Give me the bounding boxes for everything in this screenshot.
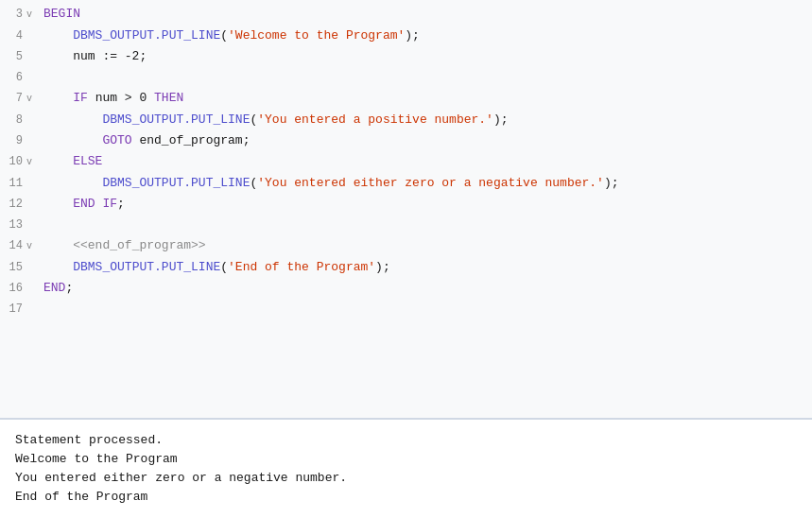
kw-token: GOTO <box>102 133 131 147</box>
kw-token: IF <box>73 91 88 105</box>
label-token: <<end_of_program>> <box>73 238 205 252</box>
line-number: 4 <box>0 26 26 46</box>
line-number: 7 <box>0 88 26 109</box>
output-line: Statement processed. <box>15 431 797 450</box>
code-line: 5 num := -2; <box>0 46 812 67</box>
line-content: DBMS_OUTPUT.PUT_LINE('You entered a posi… <box>40 110 812 130</box>
code-line: 8 DBMS_OUTPUT.PUT_LINE('You entered a po… <box>0 110 812 130</box>
output-area: Statement processed.Welcome to the Progr… <box>0 420 812 518</box>
line-number: 6 <box>0 67 26 88</box>
line-content: BEGIN <box>40 4 812 25</box>
plain-token: ( <box>220 28 228 43</box>
fn-token: DBMS_OUTPUT.PUT_LINE <box>73 260 220 274</box>
kw-token: THEN <box>154 91 183 105</box>
line-number: 5 <box>0 46 26 67</box>
kw-token: ELSE <box>73 154 102 168</box>
line-number: 12 <box>0 194 26 215</box>
plain-token: num > <box>88 91 140 105</box>
code-line: 15 DBMS_OUTPUT.PUT_LINE('End of the Prog… <box>0 257 812 278</box>
plain-token: ); <box>493 112 509 127</box>
plain-token <box>43 238 73 252</box>
line-content: ELSE <box>40 151 812 172</box>
fn-token: DBMS_OUTPUT.PUT_LINE <box>102 176 250 190</box>
plain-token <box>43 112 102 127</box>
code-line: 14v <<end_of_program>> <box>0 235 812 257</box>
code-line: 3vBEGIN <box>0 4 812 26</box>
line-content: DBMS_OUTPUT.PUT_LINE('Welcome to the Pro… <box>40 26 812 46</box>
kw-token: BEGIN <box>43 7 80 21</box>
output-line: End of the Program <box>15 488 797 507</box>
line-number: 8 <box>0 110 26 130</box>
code-line: 17 <box>0 299 812 319</box>
line-number: 11 <box>0 173 26 194</box>
plain-token: ; <box>65 281 73 295</box>
line-content: IF num > 0 THEN <box>40 88 812 109</box>
plain-token <box>43 133 102 147</box>
code-editor: 3vBEGIN4 DBMS_OUTPUT.PUT_LINE('Welcome t… <box>0 0 812 420</box>
code-line: 11 DBMS_OUTPUT.PUT_LINE('You entered eit… <box>0 173 812 194</box>
plain-token <box>43 154 73 168</box>
output-line: You entered either zero or a negative nu… <box>15 469 797 488</box>
plain-token: ); <box>604 176 619 190</box>
str-token: 'You entered a positive number.' <box>257 112 493 127</box>
plain-token: ); <box>405 28 420 43</box>
str-token: 'You entered either zero or a negative n… <box>257 176 604 190</box>
kw-token: END <box>43 281 65 295</box>
fn-token: DBMS_OUTPUT.PUT_LINE <box>73 28 220 43</box>
plain-token <box>147 91 154 105</box>
fold-icon[interactable]: v <box>26 152 40 173</box>
plain-token <box>43 91 73 105</box>
fold-icon[interactable]: v <box>26 89 40 110</box>
line-number: 9 <box>0 130 26 151</box>
line-number: 13 <box>0 215 26 235</box>
line-number: 3 <box>0 4 26 25</box>
code-line: 6 <box>0 67 812 88</box>
line-content: DBMS_OUTPUT.PUT_LINE('You entered either… <box>40 173 812 194</box>
str-token: 'Welcome to the Program' <box>228 28 405 43</box>
plain-token: end_of_program; <box>132 133 251 147</box>
line-content: END IF; <box>40 194 812 215</box>
plain-token <box>43 176 102 190</box>
line-number: 17 <box>0 299 26 319</box>
line-content: END; <box>40 278 812 299</box>
code-line: 16 END; <box>0 278 812 299</box>
fn-token: DBMS_OUTPUT.PUT_LINE <box>102 112 250 127</box>
plain-token <box>43 28 73 43</box>
line-content: GOTO end_of_program; <box>40 130 812 151</box>
line-number: 15 <box>0 257 26 278</box>
plain-token: ); <box>375 260 390 274</box>
line-content: DBMS_OUTPUT.PUT_LINE('End of the Program… <box>40 257 812 278</box>
line-content: <<end_of_program>> <box>40 235 812 256</box>
plain-token <box>43 260 73 274</box>
kw-token: END IF <box>73 197 117 211</box>
output-line: Welcome to the Program <box>15 450 797 469</box>
plain-token: num := -2; <box>43 49 147 63</box>
fold-icon[interactable]: v <box>26 5 40 26</box>
plain-token: ( <box>220 260 228 274</box>
str-token: 'End of the Program' <box>228 260 375 274</box>
line-content: num := -2; <box>40 46 812 67</box>
plain-token: ; <box>117 197 125 211</box>
fold-icon[interactable]: v <box>26 236 40 257</box>
code-line: 4 DBMS_OUTPUT.PUT_LINE('Welcome to the P… <box>0 26 812 46</box>
code-line: 10v ELSE <box>0 151 812 173</box>
code-line: 7v IF num > 0 THEN <box>0 88 812 110</box>
line-number: 16 <box>0 278 26 299</box>
code-line: 9 GOTO end_of_program; <box>0 130 812 151</box>
plain-token <box>43 197 73 211</box>
code-line: 12 END IF; <box>0 194 812 215</box>
code-line: 13 <box>0 215 812 235</box>
line-number: 10 <box>0 151 26 172</box>
line-number: 14 <box>0 235 26 256</box>
